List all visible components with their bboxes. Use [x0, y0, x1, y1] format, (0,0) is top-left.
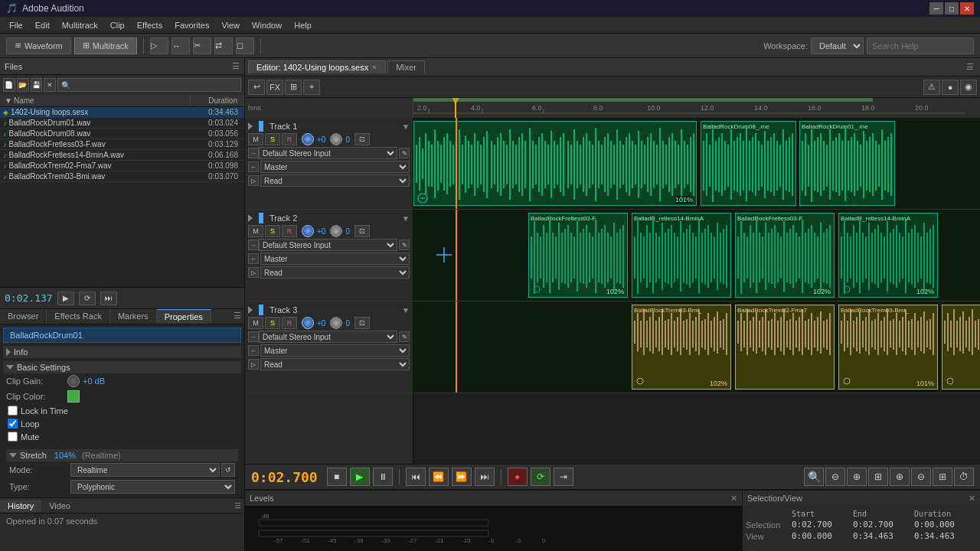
track3-clip-4[interactable]: 102%: [942, 305, 980, 390]
tab-browser[interactable]: Browser: [0, 309, 47, 324]
track2-rec-button[interactable]: R: [282, 225, 297, 237]
track2-waveform[interactable]: BalladRockFretless03-F: [413, 210, 980, 302]
stretch-section-header[interactable]: Stretch 104% (Realtime): [6, 449, 238, 461]
track3-expand-icon[interactable]: [248, 306, 253, 314]
selection-menu-icon[interactable]: ✕: [969, 494, 975, 504]
waveform-button[interactable]: ≋ Waveform: [6, 37, 71, 54]
cut-tool-button[interactable]: ✂: [193, 37, 211, 54]
track3-pan-knob[interactable]: [330, 317, 342, 329]
track1-output-send-icon[interactable]: ←: [248, 161, 259, 172]
properties-menu-icon[interactable]: ☰: [230, 309, 244, 324]
list-item[interactable]: ♪ BalladRockFretless03-F.wav 0:03.129: [0, 139, 244, 150]
zoom-in2-button[interactable]: ⊕: [847, 468, 867, 486]
zoom-full-button[interactable]: ⊞: [933, 468, 952, 486]
name-column-header[interactable]: ▼ Name: [0, 95, 191, 106]
track1-options-button[interactable]: ▼: [402, 122, 410, 131]
menu-favorites[interactable]: Favorites: [168, 19, 215, 31]
track2-mute-button[interactable]: M: [248, 225, 263, 237]
multitrack-button[interactable]: ⊞ Multitrack: [74, 37, 137, 54]
stop-button[interactable]: ■: [327, 468, 347, 486]
selected-file-field[interactable]: BalladRockDrum01: [3, 328, 241, 343]
menu-effects[interactable]: Effects: [131, 19, 168, 31]
skip-to-start-button[interactable]: ⏮: [406, 468, 426, 486]
close-file-button[interactable]: ✕: [44, 78, 56, 92]
search-input[interactable]: [867, 37, 974, 54]
track3-read-select[interactable]: Read: [260, 358, 410, 370]
skip-button[interactable]: ⏭: [100, 292, 117, 305]
track1-input-select[interactable]: Default Stereo Input: [259, 147, 397, 159]
track3-solo-button[interactable]: S: [265, 317, 280, 329]
track1-input-edit-icon[interactable]: ✎: [399, 148, 410, 158]
track2-fader-knob[interactable]: [302, 225, 314, 237]
maximize-button[interactable]: □: [945, 2, 959, 15]
track2-clip-4[interactable]: BalladR_retless14-BminA: [838, 213, 938, 298]
zoom-fit-button[interactable]: ⊞: [868, 468, 888, 486]
track3-input-send-icon[interactable]: →: [248, 331, 259, 342]
list-item[interactable]: ♪ BalladRockTrem03-Bmi.wav 0:03.070: [0, 171, 244, 182]
track1-output-select[interactable]: Master: [260, 161, 410, 173]
bottom-panel-menu[interactable]: ☰: [231, 500, 244, 511]
duration-column-header[interactable]: Duration: [191, 95, 244, 106]
track2-fx-button[interactable]: ⊡: [354, 225, 370, 237]
track1-clip-2[interactable]: BalladRockDrum08_.me: [701, 121, 796, 206]
move-tool-button[interactable]: ↔: [172, 37, 190, 54]
track2-output-send-icon[interactable]: ←: [248, 253, 259, 264]
clip-gain-knob[interactable]: [67, 375, 80, 387]
track2-input-send-icon[interactable]: →: [248, 240, 259, 250]
track1-read-select[interactable]: Read: [260, 174, 410, 187]
zoom-out2-button[interactable]: ⊖: [911, 468, 931, 486]
track1-pan-knob[interactable]: [330, 133, 342, 145]
warn-icon[interactable]: ⚠: [923, 80, 940, 95]
zoom-in3-button[interactable]: ⊕: [890, 468, 910, 486]
workspace-select[interactable]: Default: [811, 37, 864, 54]
new-file-button[interactable]: 📄: [3, 78, 15, 92]
track2-expand-icon[interactable]: [248, 214, 253, 222]
track1-waveform[interactable]: 101% BalladRockDrum08_.me: [413, 118, 980, 210]
select-tool-button[interactable]: ▷: [150, 37, 168, 54]
track3-rec-button[interactable]: R: [282, 317, 297, 329]
nudge-left-button[interactable]: ↩: [248, 80, 265, 95]
editor-tab-session[interactable]: Editor: 1402-Using loops.sesx ✕: [248, 60, 386, 73]
files-search-input[interactable]: [57, 78, 241, 92]
skip-silence-button[interactable]: ⇥: [554, 468, 573, 486]
menu-window[interactable]: Window: [246, 19, 288, 31]
editor-tab-close-icon[interactable]: ✕: [371, 64, 377, 71]
mode-reset-button[interactable]: ↺: [221, 463, 235, 477]
menu-edit[interactable]: Edit: [29, 19, 56, 31]
loop-transport-button[interactable]: ⟳: [79, 292, 96, 305]
menu-help[interactable]: Help: [288, 19, 318, 31]
track3-mute-button[interactable]: M: [248, 317, 263, 329]
track2-pan-knob[interactable]: [330, 225, 342, 237]
fx-button[interactable]: FX: [266, 80, 283, 95]
ruler-content[interactable]: 2.0 4.0 6.0 8.0 10.0 12.0 14.0 16.0 18.0…: [413, 98, 965, 118]
track1-mute-button[interactable]: M: [248, 133, 263, 145]
tab-effects-rack[interactable]: Effects Rack: [47, 309, 110, 324]
track2-solo-button[interactable]: S: [265, 225, 280, 237]
track1-expand-icon[interactable]: [248, 122, 253, 130]
list-item[interactable]: ♪ BalladRockDrum01.wav 0:03.024: [0, 118, 244, 129]
track3-fx-button[interactable]: ⊡: [354, 317, 370, 329]
play-button[interactable]: ▶: [350, 468, 370, 486]
files-panel-menu-icon[interactable]: ☰: [232, 61, 240, 71]
track3-clip-2[interactable]: BalladRockTrem02-Fma7: [735, 305, 835, 390]
type-select[interactable]: Polyphonic: [70, 480, 235, 494]
skip-to-end-button[interactable]: ⏭: [475, 468, 495, 486]
record-button[interactable]: ●: [508, 468, 528, 486]
mute-checkbox[interactable]: [8, 432, 18, 442]
clip-color-swatch[interactable]: [67, 390, 80, 403]
grid-button[interactable]: ⊞: [285, 80, 302, 95]
track3-clip-1[interactable]: BalladRockTrem03-Bmi_: [632, 305, 731, 390]
track2-output-select[interactable]: Master: [260, 253, 410, 265]
track2-read-select[interactable]: Read: [260, 266, 410, 279]
track3-options-button[interactable]: ▼: [402, 306, 410, 315]
track1-read-icon[interactable]: ▷: [248, 175, 259, 186]
selection-end-value[interactable]: 0:02.700: [853, 520, 914, 530]
tab-video[interactable]: Video: [41, 500, 78, 512]
tab-markers[interactable]: Markers: [110, 309, 157, 324]
zoom-in-button[interactable]: 🔍: [804, 468, 824, 486]
slip-tool-button[interactable]: ⇄: [214, 37, 233, 54]
track3-output-select[interactable]: Master: [260, 344, 410, 357]
track2-clip-3[interactable]: BalladRockFretless03-F: [735, 213, 835, 298]
track1-rec-button[interactable]: R: [282, 133, 297, 145]
menu-view[interactable]: View: [215, 19, 246, 31]
